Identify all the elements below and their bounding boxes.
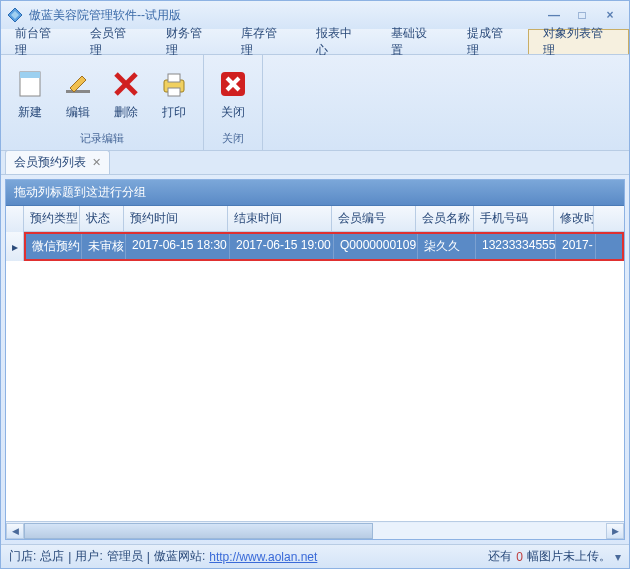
edit-icon [62,68,94,100]
cell-member-name: 柒久久 [418,234,476,259]
close-window-button[interactable]: × [597,6,623,24]
statusbar: 门店: 总店 | 用户: 管理员 | 傲蓝网站: http://www.aola… [1,544,629,568]
delete-button[interactable]: 删除 [103,59,149,129]
col-type[interactable]: 预约类型 [24,206,80,231]
col-end[interactable]: 结束时间 [228,206,332,231]
delete-icon [110,68,142,100]
new-button[interactable]: 新建 [7,59,53,129]
menu-commission[interactable]: 提成管理 [453,29,528,54]
cell-modified: 2017- [556,234,596,259]
svg-marker-5 [70,76,86,92]
ribbon-group-close: 关闭 关闭 [204,55,263,150]
close-tab-button[interactable]: 关闭 [210,59,256,129]
store-label: 门店: [9,548,36,565]
menu-settings[interactable]: 基础设置 [377,29,452,54]
group-by-hint[interactable]: 拖动列标题到这进行分组 [6,180,624,206]
upload-prefix: 还有 [488,548,512,565]
col-phone[interactable]: 手机号码 [474,206,554,231]
ribbon-group-label: 记录编辑 [80,129,124,148]
site-label: 傲蓝网站: [154,548,205,565]
col-status[interactable]: 状态 [80,206,124,231]
tab-label: 会员预约列表 [14,154,86,171]
cell-end: 2017-06-15 19:00 [230,234,334,259]
scroll-left-button[interactable]: ◀ [6,523,24,539]
content-area: 拖动列标题到这进行分组 预约类型 状态 预约时间 结束时间 会员编号 会员名称 … [5,179,625,540]
ribbon: 新建 编辑 删除 打印 记录编辑 [1,55,629,151]
cell-start: 2017-06-15 18:30 [126,234,230,259]
row-indicator-header [6,206,24,232]
menu-reports[interactable]: 报表中心 [302,29,377,54]
col-member-name[interactable]: 会员名称 [416,206,474,231]
user-value: 管理员 [107,548,143,565]
menu-front-desk[interactable]: 前台管理 [1,29,76,54]
tabstrip: 会员预约列表 ✕ [1,151,629,175]
svg-rect-4 [66,90,90,93]
edit-button[interactable]: 编辑 [55,59,101,129]
cell-member-no: Q0000000109 [334,234,418,259]
col-start[interactable]: 预约时间 [124,206,228,231]
svg-rect-9 [168,74,180,82]
svg-rect-3 [20,72,40,78]
horizontal-scrollbar[interactable]: ◀ ▶ [6,521,624,539]
ribbon-group-record-edit: 新建 编辑 删除 打印 记录编辑 [1,55,204,150]
table-row[interactable]: 微信预约 未审核 2017-06-15 18:30 2017-06-15 19:… [24,232,624,261]
menu-member[interactable]: 会员管理 [76,29,151,54]
cell-status: 未审核 [82,234,126,259]
row-indicator[interactable]: ▸ [6,232,24,261]
tab-close-icon[interactable]: ✕ [92,156,101,169]
data-grid[interactable]: 预约类型 状态 预约时间 结束时间 会员编号 会员名称 手机号码 修改时 ▸ 微… [6,206,624,521]
chevron-down-icon[interactable]: ▾ [615,550,621,564]
scroll-track[interactable] [24,523,606,539]
menu-object-list[interactable]: 对象列表管理 [528,29,629,54]
grid-header: 预约类型 状态 预约时间 结束时间 会员编号 会员名称 手机号码 修改时 [24,206,624,232]
upload-count: 0 [516,550,523,564]
tab-appointment-list[interactable]: 会员预约列表 ✕ [5,150,110,174]
menu-inventory[interactable]: 库存管理 [227,29,302,54]
col-modified[interactable]: 修改时 [554,206,594,231]
upload-suffix: 幅图片未上传。 [527,548,611,565]
cell-phone: 13233334555 [476,234,556,259]
ribbon-group-label: 关闭 [222,129,244,148]
close-icon [217,68,249,100]
cell-type: 微信预约 [26,234,82,259]
store-value: 总店 [40,548,64,565]
window-title: 傲蓝美容院管理软件--试用版 [29,7,541,24]
print-button[interactable]: 打印 [151,59,197,129]
print-icon [158,68,190,100]
minimize-button[interactable]: — [541,6,567,24]
scroll-thumb[interactable] [24,523,373,539]
user-label: 用户: [75,548,102,565]
app-logo-icon [7,7,23,23]
menubar: 前台管理 会员管理 财务管理 库存管理 报表中心 基础设置 提成管理 对象列表管… [1,29,629,55]
menu-finance[interactable]: 财务管理 [152,29,227,54]
svg-rect-10 [168,88,180,96]
site-link[interactable]: http://www.aolan.net [209,550,317,564]
maximize-button[interactable]: □ [569,6,595,24]
col-member-no[interactable]: 会员编号 [332,206,416,231]
new-icon [14,68,46,100]
scroll-right-button[interactable]: ▶ [606,523,624,539]
